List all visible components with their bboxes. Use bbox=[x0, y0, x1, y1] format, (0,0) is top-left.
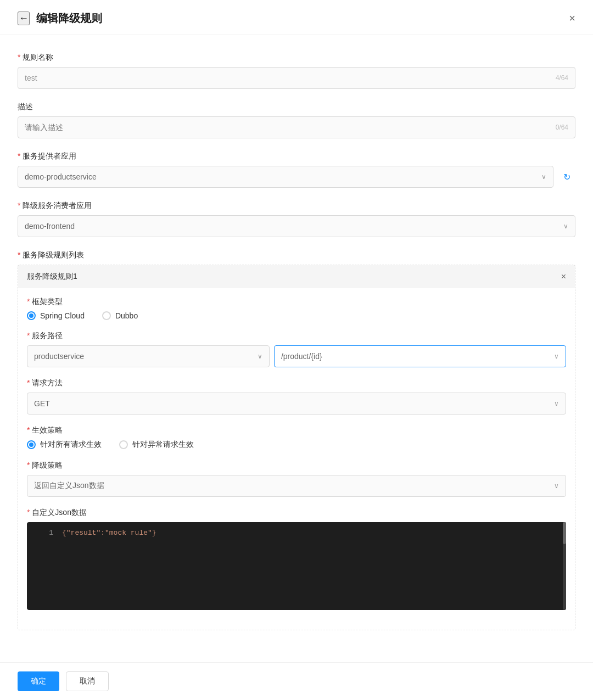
rule-name-group: 规则名称 4/64 bbox=[18, 53, 575, 89]
effect-group: 生效策略 针对所有请求生效 针对异常请求生效 bbox=[27, 425, 566, 450]
rule-list-label: 服务降级规则列表 bbox=[18, 250, 575, 260]
framework-radio-group: Spring Cloud Dubbo bbox=[27, 311, 566, 320]
method-group: 请求方法 GET ∨ bbox=[27, 378, 566, 415]
effect-abnormal-requests[interactable]: 针对异常请求生效 bbox=[119, 440, 194, 450]
header-left: ← 编辑降级规则 bbox=[18, 11, 102, 26]
path-service-select[interactable]: productservice ∨ bbox=[27, 345, 270, 367]
rule-name-counter: 4/64 bbox=[556, 74, 568, 82]
method-chevron-icon: ∨ bbox=[554, 400, 559, 407]
rule-name-input[interactable] bbox=[25, 74, 556, 82]
path-right-wrapper: /product/{id} ∨ bbox=[274, 345, 566, 367]
fallback-group: 降级策略 返回自定义Json数据 ∨ bbox=[27, 461, 566, 497]
framework-spring-cloud[interactable]: Spring Cloud bbox=[27, 311, 85, 320]
framework-label: 框架类型 bbox=[27, 297, 566, 307]
rule-card-title: 服务降级规则1 bbox=[27, 272, 77, 282]
all-requests-label: 针对所有请求生效 bbox=[40, 440, 102, 450]
form-body: 规则名称 4/64 描述 0/64 服务提供者应用 demo-productse… bbox=[0, 35, 593, 698]
code-editor[interactable]: 1 {"result":"mock rule"} bbox=[27, 522, 566, 610]
scrollbar-track[interactable] bbox=[563, 522, 566, 610]
footer: 确定 取消 bbox=[0, 662, 593, 700]
effect-all-requests[interactable]: 针对所有请求生效 bbox=[27, 440, 102, 450]
method-select[interactable]: GET ∨ bbox=[27, 393, 566, 415]
line-content: {"result":"mock rule"} bbox=[62, 529, 156, 537]
fallback-label: 降级策略 bbox=[27, 461, 566, 471]
effect-radio-group: 针对所有请求生效 针对异常请求生效 bbox=[27, 440, 566, 450]
page-title: 编辑降级规则 bbox=[36, 11, 102, 26]
header-close-button[interactable]: × bbox=[569, 12, 575, 25]
provider-select-row: demo-productservice ∨ ↻ bbox=[18, 166, 575, 188]
consumer-value: demo-frontend bbox=[25, 222, 75, 231]
fallback-chevron-icon: ∨ bbox=[554, 482, 559, 490]
provider-label: 服务提供者应用 bbox=[18, 152, 575, 161]
description-counter: 0/64 bbox=[556, 124, 568, 131]
consumer-select[interactable]: demo-frontend ∨ bbox=[18, 215, 575, 237]
path-left-wrapper: productservice ∨ bbox=[27, 345, 270, 367]
consumer-chevron-icon: ∨ bbox=[563, 222, 568, 230]
provider-select[interactable]: demo-productservice ∨ bbox=[18, 166, 553, 188]
spring-cloud-radio-icon[interactable] bbox=[27, 311, 36, 320]
method-label: 请求方法 bbox=[27, 378, 566, 388]
path-endpoint-select[interactable]: /product/{id} ∨ bbox=[274, 345, 566, 367]
dubbo-label: Dubbo bbox=[115, 311, 138, 320]
page-header: ← 编辑降级规则 × bbox=[0, 0, 593, 35]
path-label: 服务路径 bbox=[27, 331, 566, 341]
cancel-button[interactable]: 取消 bbox=[66, 671, 109, 691]
rule-card: 服务降级规则1 × 框架类型 Spring Cloud Dubbo bbox=[18, 265, 575, 630]
rule-name-label: 规则名称 bbox=[18, 53, 575, 63]
line-number: 1 bbox=[36, 529, 53, 537]
path-service-chevron-icon: ∨ bbox=[258, 352, 262, 360]
description-input[interactable] bbox=[25, 123, 556, 132]
spring-cloud-label: Spring Cloud bbox=[40, 311, 85, 320]
json-code: {"result":"mock rule"} bbox=[62, 529, 156, 537]
description-input-wrapper[interactable]: 0/64 bbox=[18, 116, 575, 138]
code-line-1: 1 {"result":"mock rule"} bbox=[27, 529, 566, 537]
path-endpoint-chevron-icon: ∨ bbox=[554, 352, 559, 360]
all-requests-radio-icon[interactable] bbox=[27, 440, 36, 449]
framework-dubbo[interactable]: Dubbo bbox=[102, 311, 138, 320]
path-group: 服务路径 productservice ∨ /product/{id} ∨ bbox=[27, 331, 566, 367]
fallback-value: 返回自定义Json数据 bbox=[34, 481, 104, 491]
path-endpoint-value: /product/{id} bbox=[281, 352, 322, 361]
path-service-value: productservice bbox=[34, 352, 84, 361]
provider-chevron-icon: ∨ bbox=[541, 173, 546, 181]
refresh-button[interactable]: ↻ bbox=[558, 166, 575, 188]
json-label: 自定义Json数据 bbox=[27, 508, 566, 518]
rule-card-header: 服务降级规则1 × bbox=[18, 265, 575, 288]
rule-list-group: 服务降级规则列表 服务降级规则1 × 框架类型 Spring Cloud bbox=[18, 250, 575, 630]
effect-label: 生效策略 bbox=[27, 425, 566, 435]
description-group: 描述 0/64 bbox=[18, 102, 575, 138]
abnormal-requests-radio-icon[interactable] bbox=[119, 440, 128, 449]
scrollbar-thumb[interactable] bbox=[563, 522, 566, 544]
dubbo-radio-icon[interactable] bbox=[102, 311, 111, 320]
rule-card-close-button[interactable]: × bbox=[561, 272, 566, 282]
consumer-label: 降级服务消费者应用 bbox=[18, 201, 575, 211]
framework-group: 框架类型 Spring Cloud Dubbo bbox=[27, 297, 566, 320]
rule-name-input-wrapper[interactable]: 4/64 bbox=[18, 67, 575, 89]
rule-card-body: 框架类型 Spring Cloud Dubbo 服务路径 bbox=[18, 288, 575, 630]
confirm-button[interactable]: 确定 bbox=[18, 671, 59, 691]
abnormal-requests-label: 针对异常请求生效 bbox=[132, 440, 194, 450]
provider-group: 服务提供者应用 demo-productservice ∨ ↻ bbox=[18, 152, 575, 188]
consumer-group: 降级服务消费者应用 demo-frontend ∨ bbox=[18, 201, 575, 237]
fallback-select[interactable]: 返回自定义Json数据 ∨ bbox=[27, 475, 566, 497]
method-value: GET bbox=[34, 399, 50, 408]
path-row: productservice ∨ /product/{id} ∨ bbox=[27, 345, 566, 367]
provider-value: demo-productservice bbox=[25, 172, 97, 181]
description-label: 描述 bbox=[18, 102, 575, 112]
json-group: 自定义Json数据 1 {"result":"mock rule"} bbox=[27, 508, 566, 610]
back-button[interactable]: ← bbox=[18, 12, 30, 25]
